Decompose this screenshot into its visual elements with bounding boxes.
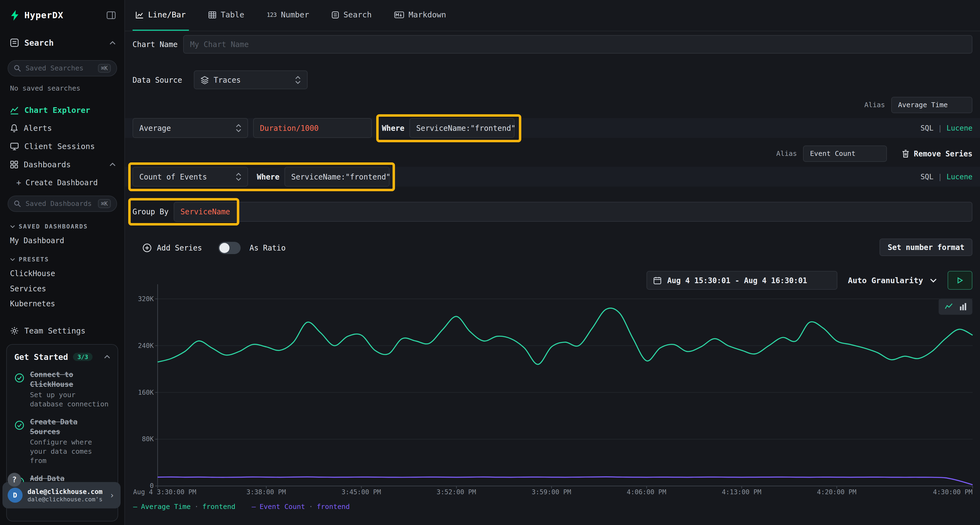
trash-icon — [902, 150, 910, 158]
chart-legend: — Average Time · frontend — Event Count … — [133, 503, 350, 511]
group-by-label: Group By — [132, 207, 169, 216]
sidebar-item-label: Chart Explorer — [24, 106, 91, 115]
plus-circle-icon — [142, 243, 152, 252]
avatar: D — [8, 488, 22, 503]
sidebar-item-alerts[interactable]: Alerts — [0, 119, 124, 137]
search-icon — [14, 65, 21, 72]
legend-label: Event Count — [259, 503, 305, 511]
add-series-row: Add Series As Ratio — [142, 240, 286, 256]
check-circle-icon — [14, 373, 24, 409]
sidebar-nav: Chart Explorer Alerts Client Sessions Da… — [0, 101, 124, 174]
sql-option[interactable]: SQL — [920, 173, 934, 181]
select-chevrons-icon — [236, 173, 242, 181]
data-source-select[interactable]: Traces — [194, 70, 308, 89]
chart-name-input[interactable]: My Chart Name — [183, 35, 972, 54]
saved-searches-placeholder: Saved Searches — [25, 64, 84, 72]
tab-search[interactable]: Search — [329, 0, 375, 31]
y-tick-label: 240K — [138, 342, 154, 349]
as-ratio-label: As Ratio — [250, 243, 286, 252]
get-started-header[interactable]: Get Started 3/3 — [14, 352, 110, 362]
series2-aggregation-select[interactable]: Count of Events — [132, 167, 248, 187]
logo-row: HyperDX — [0, 0, 124, 21]
saved-dashboards-placeholder: Saved Dashboards — [25, 200, 92, 208]
tab-line-bar[interactable]: Line/Bar — [132, 0, 189, 31]
saved-searches-input[interactable]: Saved Searches ⌘K — [8, 60, 117, 76]
data-source-row: Data Source Traces — [132, 70, 308, 89]
as-ratio-toggle[interactable] — [218, 242, 241, 254]
series1-row: Average Duration/1000 Where ServiceName:… — [125, 118, 980, 138]
series2-alias-input[interactable]: Event Count — [803, 146, 887, 162]
user-menu[interactable]: D dale@clickhouse.com dale@clickhouse.co… — [2, 482, 121, 508]
lucene-option[interactable]: Lucene — [947, 173, 972, 181]
shortcut-badge: ⌘K — [98, 199, 111, 208]
chevron-up-icon — [110, 41, 116, 45]
bell-icon — [10, 124, 18, 132]
search-section-icon — [10, 38, 19, 47]
progress-badge: 3/3 — [73, 353, 92, 361]
sidebar-item-label: Dashboards — [24, 160, 71, 169]
series1-aggregation-select[interactable]: Average — [132, 118, 248, 138]
group-by-input[interactable]: ServiceName — [174, 202, 973, 222]
add-series-button[interactable]: Add Series — [142, 243, 202, 252]
app-logo-text: HyperDX — [24, 10, 64, 21]
series1-alias-row: Alias Average Time — [864, 97, 972, 113]
legend-dash: — — [251, 503, 256, 511]
y-axis-labels: 320K240K160K80K0 — [125, 265, 155, 525]
presets-header[interactable]: PRESETS — [10, 256, 124, 263]
tab-table[interactable]: Table — [205, 0, 247, 31]
search-doc-icon — [332, 11, 339, 19]
data-source-label: Data Source — [132, 76, 186, 84]
gear-icon — [10, 327, 19, 335]
help-button[interactable]: ? — [8, 473, 22, 487]
where-label: Where — [382, 124, 404, 132]
sidebar-item-services[interactable]: Services — [10, 285, 124, 293]
lucene-option[interactable]: Lucene — [947, 124, 972, 132]
y-tick-label: 320K — [138, 295, 154, 303]
hyperdx-logo-icon — [10, 10, 19, 21]
saved-dashboards-input[interactable]: Saved Dashboards ⌘K — [8, 195, 117, 212]
saved-dashboards-header[interactable]: SAVED DASHBOARDS — [10, 223, 124, 230]
main-panel: Line/Bar Table 123 Number Search Markdow… — [125, 0, 980, 525]
collapse-sidebar-icon[interactable] — [107, 11, 116, 19]
series1-field-input[interactable]: Duration/1000 — [253, 118, 372, 138]
sql-option[interactable]: SQL — [920, 124, 934, 132]
sidebar-section-search[interactable]: Search — [0, 38, 124, 48]
get-started-item-title: Create Data Sources — [30, 417, 110, 436]
markdown-icon — [394, 11, 404, 18]
get-started-item-desc: Set up your database connection — [30, 390, 110, 409]
number-123-icon: 123 — [267, 11, 277, 18]
table-icon — [208, 11, 216, 19]
legend-label: Average Time — [141, 503, 191, 511]
series2-row: Count of Events Where ServiceName:"front… — [125, 167, 980, 187]
chart-plot-svg[interactable] — [158, 284, 973, 486]
legend-item-average-time[interactable]: — Average Time · frontend — [133, 503, 235, 511]
sidebar-item-dashboards[interactable]: Dashboards — [0, 155, 124, 174]
view-tabbar: Line/Bar Table 123 Number Search Markdow… — [125, 0, 980, 31]
create-dashboard-button[interactable]: + Create Dashboard — [16, 178, 124, 187]
series2-where-input[interactable]: ServiceName:"frontend" — [285, 167, 390, 187]
series1-alias-input[interactable]: Average Time — [891, 97, 972, 113]
chevron-right-icon: › — [110, 490, 115, 500]
tab-number[interactable]: 123 Number — [264, 0, 312, 31]
sidebar-item-client-sessions[interactable]: Client Sessions — [0, 137, 124, 155]
legend-item-event-count[interactable]: — Event Count · frontend — [251, 503, 350, 511]
chevron-down-icon — [10, 225, 15, 228]
remove-series-button[interactable]: Remove Series — [902, 149, 972, 158]
x-tick-label: 3:59:00 PM — [531, 488, 571, 496]
set-number-format-button[interactable]: Set number format — [880, 239, 972, 256]
series1-where-input[interactable]: ServiceName:"frontend" — [409, 118, 514, 138]
tab-markdown[interactable]: Markdown — [391, 0, 449, 31]
plus-icon: + — [16, 178, 21, 187]
series2-language-toggle: SQL | Lucene — [920, 173, 972, 181]
sidebar-item-kubernetes[interactable]: Kubernetes — [10, 300, 124, 308]
get-started-item[interactable]: Create Data Sources Configure where your… — [14, 417, 110, 465]
sidebar-item-my-dashboard[interactable]: My Dashboard — [10, 237, 124, 245]
create-dashboard-label: Create Dashboard — [25, 178, 98, 187]
get-started-item-title: Connect to ClickHouse — [30, 370, 110, 389]
sidebar-item-team-settings[interactable]: Team Settings — [0, 323, 124, 339]
get-started-item[interactable]: Connect to ClickHouse Set up your databa… — [14, 370, 110, 409]
sidebar-item-chart-explorer[interactable]: Chart Explorer — [0, 101, 124, 119]
sidebar-item-clickhouse[interactable]: ClickHouse — [10, 270, 124, 278]
x-tick-label: 4:13:00 PM — [722, 488, 761, 496]
series2-alias-row: Alias Event Count Remove Series — [776, 146, 973, 162]
